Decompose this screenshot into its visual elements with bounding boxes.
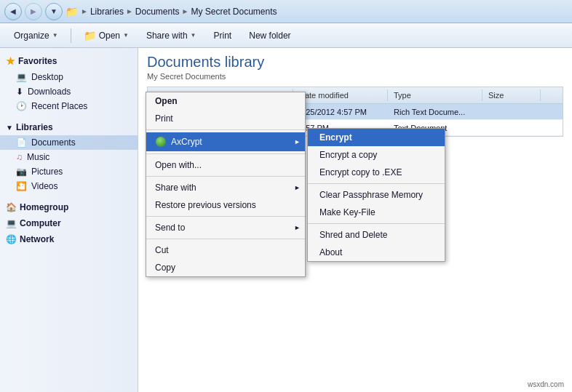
menu-sep-4: [146, 216, 305, 217]
sidebar-item-videos[interactable]: 🎦 Videos: [0, 179, 138, 193]
menu-item-cut[interactable]: Cut: [146, 241, 305, 259]
sidebar-item-recent[interactable]: 🕑 Recent Places: [0, 99, 138, 113]
print-button[interactable]: Print: [206, 28, 240, 44]
new-folder-label: New folder: [249, 31, 290, 41]
desktop-icon: 💻: [16, 72, 27, 82]
menu-restore-label: Restore previous versions: [155, 200, 256, 210]
homegroup-icon: 🏠: [6, 202, 17, 212]
homegroup-header[interactable]: 🏠 Homegroup: [0, 199, 138, 215]
submenu-shred-label: Shred and Delete: [319, 230, 387, 240]
videos-label: Videos: [31, 181, 57, 191]
share-with-button[interactable]: Share with ▼: [138, 28, 204, 44]
network-label: Network: [20, 234, 54, 244]
menu-item-send-to[interactable]: Send to ►: [146, 219, 305, 236]
send-to-submenu-arrow: ►: [294, 224, 301, 231]
documents-icon: 📄: [16, 137, 27, 148]
computer-icon: 💻: [6, 218, 17, 228]
libraries-header[interactable]: ▼ Libraries: [0, 119, 138, 135]
forward-button[interactable]: ▶: [25, 3, 42, 20]
submenu-clear-label: Clear Passphrase Memory: [319, 190, 423, 200]
file-size-2: [482, 125, 541, 131]
menu-send-to-label: Send to: [155, 223, 185, 233]
favorites-header[interactable]: ★ Favorites: [0, 52, 138, 70]
submenu-item-encrypt[interactable]: Encrypt: [308, 129, 445, 146]
axcrypt-submenu: Encrypt Encrypt a copy Encrypt copy to .…: [307, 128, 445, 262]
menu-item-print[interactable]: Print: [146, 110, 305, 127]
submenu-item-keyfile[interactable]: Make Key-File: [308, 204, 445, 221]
recent-locations-button[interactable]: ▼: [45, 3, 63, 20]
path-separator-2: ►: [126, 7, 133, 15]
music-icon: ♫: [16, 152, 23, 162]
sidebar-item-downloads[interactable]: ⬇ Downloads: [0, 84, 138, 99]
star-icon: ★: [6, 55, 15, 67]
submenu-encrypt-exe-label: Encrypt copy to .EXE: [319, 167, 402, 177]
main-layout: ★ Favorites 💻 Desktop ⬇ Downloads 🕑 Rece…: [0, 48, 572, 392]
menu-open-with-label: Open with...: [155, 160, 202, 170]
library-title: Documents library: [147, 54, 563, 71]
content-area: Documents library My Secret Documents Na…: [138, 48, 572, 392]
menu-item-share-with[interactable]: Share with ►: [146, 179, 305, 196]
submenu-encrypt-copy-label: Encrypt a copy: [319, 150, 377, 160]
column-date-modified[interactable]: Date modified: [293, 89, 388, 101]
submenu-item-about[interactable]: About: [308, 244, 445, 261]
toolbar-divider-1: [71, 28, 71, 43]
desktop-label: Desktop: [31, 72, 63, 82]
sidebar-item-documents[interactable]: 📄 Documents: [0, 135, 138, 150]
column-type[interactable]: Type: [388, 89, 482, 101]
documents-label: Documents: [31, 137, 76, 148]
menu-sep-1: [146, 129, 305, 130]
downloads-label: Downloads: [28, 87, 71, 97]
submenu-keyfile-label: Make Key-File: [319, 207, 376, 217]
column-size[interactable]: Size: [482, 89, 541, 101]
pictures-icon: 📷: [16, 167, 27, 177]
path-libraries[interactable]: Libraries: [90, 7, 124, 17]
folder-icon: 📁: [65, 6, 78, 17]
menu-item-open-with[interactable]: Open with...: [146, 156, 305, 174]
path-secret[interactable]: My Secret Documents: [191, 7, 277, 17]
share-dropdown-arrow: ▼: [191, 32, 196, 39]
menu-axcrypt-label: AxCrypt: [171, 137, 202, 147]
path-documents[interactable]: Documents: [135, 7, 180, 17]
network-header[interactable]: 🌐 Network: [0, 231, 138, 247]
file-type-1: Rich Text Docume...: [388, 105, 482, 119]
sidebar-item-music[interactable]: ♫ Music: [0, 150, 138, 164]
sidebar: ★ Favorites 💻 Desktop ⬇ Downloads 🕑 Rece…: [0, 48, 138, 392]
downloads-icon: ⬇: [16, 87, 23, 97]
submenu-about-label: About: [319, 247, 342, 257]
path-separator-3: ►: [182, 7, 189, 15]
menu-open-label: Open: [155, 96, 178, 106]
menu-print-label: Print: [155, 113, 173, 124]
back-button[interactable]: ◀: [4, 3, 22, 20]
menu-item-axcrypt[interactable]: AxCrypt ►: [146, 132, 305, 151]
homegroup-label: Homegroup: [20, 202, 68, 212]
submenu-sep-2: [308, 223, 445, 224]
open-icon: 📁: [84, 30, 96, 41]
computer-header[interactable]: 💻 Computer: [0, 215, 138, 231]
print-label: Print: [214, 31, 232, 41]
axcrypt-icon: [155, 136, 167, 148]
submenu-item-shred[interactable]: Shred and Delete: [308, 226, 445, 244]
sidebar-item-desktop[interactable]: 💻 Desktop: [0, 70, 138, 84]
address-bar: ◀ ▶ ▼ 📁 ► Libraries ► Documents ► My Sec…: [0, 0, 572, 23]
open-button[interactable]: 📁 Open ▼: [76, 27, 137, 44]
sidebar-item-pictures[interactable]: 📷 Pictures: [0, 164, 138, 179]
organize-button[interactable]: Organize ▼: [6, 28, 66, 44]
submenu-item-clear[interactable]: Clear Passphrase Memory: [308, 186, 445, 204]
pictures-label: Pictures: [31, 167, 63, 177]
menu-sep-2: [146, 153, 305, 154]
file-size-1: [482, 109, 541, 115]
share-with-label: Share with: [146, 31, 188, 41]
menu-item-restore[interactable]: Restore previous versions: [146, 196, 305, 214]
library-subtitle: My Secret Documents: [147, 72, 563, 81]
new-folder-button[interactable]: New folder: [241, 28, 298, 44]
submenu-encrypt-label: Encrypt: [319, 132, 352, 143]
network-icon: 🌐: [6, 234, 17, 244]
path-separator-1: ►: [81, 7, 88, 15]
menu-item-open[interactable]: Open: [146, 92, 305, 110]
submenu-item-encrypt-copy[interactable]: Encrypt a copy: [308, 146, 445, 164]
menu-sep-5: [146, 239, 305, 239]
open-label: Open: [99, 31, 120, 41]
menu-item-copy[interactable]: Copy: [146, 259, 305, 276]
library-collapse-icon: ▼: [6, 124, 13, 132]
submenu-item-encrypt-exe[interactable]: Encrypt copy to .EXE: [308, 164, 445, 181]
